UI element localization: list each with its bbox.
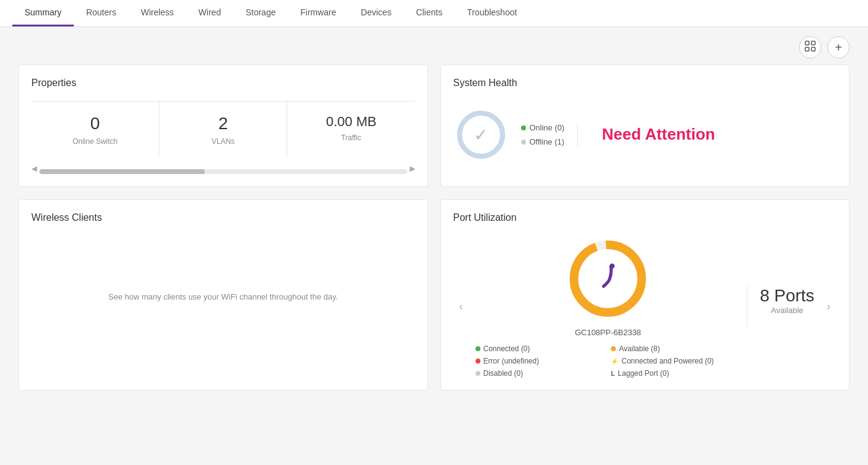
vlans-value: 2	[218, 114, 228, 133]
error-legend: Error (undefined)	[476, 357, 605, 365]
port-utilization-title: Port Utilization	[453, 212, 837, 223]
connected-dot	[476, 346, 480, 351]
connected-label: Connected (0)	[484, 344, 530, 353]
disabled-legend: Disabled (0)	[476, 369, 605, 378]
nav-wired[interactable]: Wired	[186, 0, 234, 26]
port-next-arrow[interactable]: ›	[821, 294, 837, 319]
properties-card: Properties 0 Online Switch 2 VLANs 0.00 …	[18, 65, 428, 187]
add-button[interactable]: +	[827, 36, 850, 58]
wireless-clients-empty: See how many clients use your WiFi chann…	[31, 236, 415, 359]
online-switch-label: Online Switch	[73, 137, 117, 146]
powered-legend: ⚡ Connected and Powered (0)	[611, 357, 741, 365]
online-dot	[521, 125, 526, 130]
connected-legend: Connected (0)	[476, 344, 605, 353]
offline-dot	[521, 140, 526, 145]
port-util-content: ‹	[453, 236, 837, 378]
plus-icon: +	[835, 41, 842, 54]
traffic-label: Traffic	[341, 133, 362, 142]
online-switch-stat: 0 Online Switch	[31, 101, 159, 158]
bolt-icon: ⚡	[611, 358, 618, 365]
main-content: Properties 0 Online Switch 2 VLANs 0.00 …	[0, 65, 868, 409]
nav-wireless[interactable]: Wireless	[129, 0, 186, 26]
properties-title: Properties	[31, 78, 415, 89]
svg-point-8	[610, 264, 615, 269]
traffic-stat: 0.00 MB Traffic	[287, 101, 415, 158]
properties-stats: 0 Online Switch 2 VLANs 0.00 MB Traffic	[31, 101, 415, 158]
system-health-title: System Health	[453, 78, 837, 89]
available-dot	[611, 346, 616, 351]
toolbar: +	[0, 27, 868, 65]
grid-view-button[interactable]	[799, 36, 821, 58]
online-legend-label: Online (0)	[530, 123, 565, 132]
online-switch-value: 0	[90, 114, 100, 133]
svg-rect-1	[811, 41, 815, 45]
error-label: Error (undefined)	[484, 357, 540, 365]
navigation: Summary Routers Wireless Wired Storage F…	[0, 0, 868, 27]
port-utilization-card: Port Utilization ‹	[440, 199, 850, 391]
nav-troubleshoot[interactable]: Troubleshoot	[455, 0, 529, 26]
error-dot	[476, 359, 480, 364]
wireless-clients-card: Wireless Clients See how many clients us…	[18, 199, 428, 391]
health-donut: ✓	[453, 107, 509, 162]
svg-rect-2	[805, 47, 809, 51]
port-donut-wrap: GC108PP-6B2338 Connected (0) Available (…	[476, 236, 741, 378]
nav-storage[interactable]: Storage	[233, 0, 288, 26]
lagged-legend: L Lagged Port (0)	[611, 369, 741, 378]
grid-icon	[805, 41, 816, 54]
port-count: 8 Ports	[760, 286, 814, 306]
vlans-stat: 2 VLANs	[159, 101, 287, 158]
nav-summary[interactable]: Summary	[12, 0, 74, 26]
disabled-label: Disabled (0)	[484, 369, 524, 378]
nav-routers[interactable]: Routers	[74, 0, 129, 26]
nav-devices[interactable]: Devices	[349, 0, 404, 26]
svg-rect-3	[811, 47, 815, 51]
port-count-section: 8 Ports Available	[747, 286, 814, 327]
health-legend: Online (0) Offline (1)	[521, 123, 578, 146]
disabled-dot	[476, 371, 480, 376]
powered-label: Connected and Powered (0)	[621, 357, 714, 365]
nav-clients[interactable]: Clients	[404, 0, 455, 26]
system-health-card: System Health ✓ Online (0) Offline (1)	[440, 65, 850, 187]
port-connector-icon	[592, 261, 623, 297]
wireless-clients-empty-message: See how many clients use your WiFi chann…	[108, 291, 338, 304]
system-health-content: ✓ Online (0) Offline (1) Need Attention	[453, 101, 837, 162]
offline-legend-item: Offline (1)	[521, 137, 565, 146]
vlans-label: VLANs	[212, 137, 234, 146]
svg-rect-0	[805, 41, 809, 45]
online-legend-item: Online (0)	[521, 123, 565, 132]
nav-firmware[interactable]: Firmware	[288, 0, 348, 26]
port-legend-grid: Connected (0) Available (8) Error (undef…	[476, 344, 741, 378]
available-legend: Available (8)	[611, 344, 741, 353]
device-name: GC108PP-6B2338	[575, 328, 641, 337]
offline-legend-label: Offline (1)	[530, 137, 565, 146]
need-attention-status: Need Attention	[590, 125, 715, 144]
l-icon: L	[611, 370, 615, 377]
lagged-label: Lagged Port (0)	[618, 369, 669, 378]
wireless-clients-title: Wireless Clients	[31, 212, 415, 223]
port-available-label: Available	[771, 306, 803, 315]
port-prev-arrow[interactable]: ‹	[453, 294, 469, 319]
available-label: Available (8)	[619, 344, 659, 353]
health-checkmark: ✓	[474, 125, 488, 145]
traffic-value: 0.00 MB	[326, 114, 376, 130]
port-donut	[565, 236, 651, 322]
